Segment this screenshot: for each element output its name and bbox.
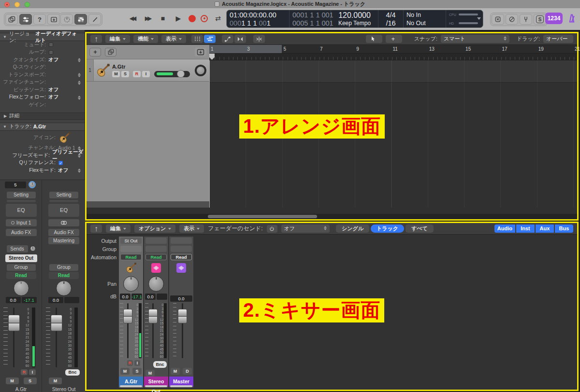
mute-checkbox[interactable] — [49, 42, 53, 47]
region-row-gain[interactable]: ゲイン: — [0, 101, 85, 109]
track-lane[interactable] — [209, 60, 577, 83]
volume-fader[interactable]: 03691215182124303540455060 — [120, 302, 142, 359]
flex-button[interactable] — [234, 35, 246, 43]
stereo-format-button[interactable] — [48, 219, 79, 226]
automation-mode-button[interactable]: Read — [6, 272, 36, 279]
forward-button[interactable]: ▶▶ — [142, 13, 153, 24]
strip-name[interactable]: A.Gtr — [0, 387, 42, 392]
drag-select[interactable]: オーバー — [543, 35, 573, 43]
mute-button[interactable]: M — [120, 368, 130, 375]
volume-db-value[interactable]: 0.0 — [6, 297, 21, 303]
count-in-button[interactable]: 1234 — [545, 13, 563, 24]
filter-tracks-button[interactable]: トラック — [371, 224, 404, 233]
automation-mode-button[interactable]: Read — [49, 272, 79, 279]
track-input-monitor-button[interactable]: I — [142, 71, 150, 77]
mixer-strip-master[interactable]: Read 0.0 M D Master — [169, 237, 193, 388]
play-button[interactable]: ▶ — [173, 13, 184, 24]
tracks-view-button[interactable] — [204, 35, 216, 43]
volume-db-value[interactable]: 0.0 — [145, 294, 156, 300]
sends-label[interactable]: Sends — [7, 245, 28, 252]
volume-fader[interactable]: 03691215182124303540455060 — [46, 307, 82, 368]
rewind-button[interactable]: ◀◀ — [127, 13, 137, 24]
scrollbar-thumb[interactable] — [208, 215, 317, 218]
no-input-monitoring-button[interactable] — [506, 14, 518, 25]
stop-button[interactable]: ■ — [158, 13, 168, 24]
track-pan-knob[interactable] — [195, 65, 206, 76]
capture-record-button[interactable] — [201, 15, 208, 22]
duplicate-track-button[interactable] — [105, 48, 116, 56]
snap-select[interactable]: スマート — [441, 35, 509, 43]
pan-knob[interactable] — [123, 276, 139, 292]
pan-knob[interactable] — [56, 280, 72, 296]
volume-fader[interactable] — [170, 302, 192, 359]
track-row-agtr[interactable]: 1 A.Gtr M S R I — [87, 59, 209, 82]
setting-button[interactable]: Setting — [49, 192, 78, 198]
q-reference-checkbox[interactable]: ✓ — [58, 161, 63, 165]
dim-button[interactable]: D — [183, 368, 192, 375]
region-row-pitchsource[interactable]: ピッチソース:オフ — [0, 86, 85, 94]
automation-mode-button[interactable]: Read — [120, 254, 142, 260]
region-row-flexfollow[interactable]: Flexとフォロー:オフ — [0, 94, 85, 101]
grid-view-button[interactable] — [191, 35, 203, 43]
track-solo-button[interactable]: S — [121, 71, 129, 77]
fader-cap[interactable] — [178, 309, 187, 323]
stepper-icon[interactable] — [78, 80, 81, 85]
mixer-strip-stereo-out[interactable]: Read 0.0 03691215182124303540455060 — [144, 237, 168, 388]
bounce-button[interactable]: Bnc — [153, 361, 167, 368]
solo-lock-button[interactable]: S — [534, 14, 546, 25]
filter-audio-button[interactable]: Audio — [494, 224, 515, 233]
input-slot-button[interactable]: Input 1 — [6, 219, 37, 226]
output-slot[interactable] — [171, 238, 192, 244]
quick-help-button[interactable] — [47, 14, 60, 25]
filter-single-button[interactable]: シングル — [336, 224, 369, 233]
cycle-button[interactable]: ⇄ — [213, 13, 223, 24]
mixer-view-menu[interactable]: 表示 — [179, 224, 204, 233]
region-row-qswing[interactable]: Q-スウィング: — [0, 64, 85, 71]
ruler-ticks[interactable] — [209, 54, 577, 60]
latency-value[interactable]: 5 — [5, 182, 26, 188]
track-row-icon[interactable]: アイコン: — [0, 131, 85, 144]
record-enable-button[interactable]: R — [127, 360, 133, 366]
group-slot[interactable] — [171, 246, 192, 252]
peak-db-value[interactable]: -17.1 — [22, 297, 37, 303]
command-click-tool-select[interactable]: + — [386, 35, 402, 43]
solo-button[interactable]: S — [24, 378, 37, 384]
add-track-button[interactable]: + — [89, 48, 101, 56]
mastering-plugin-slot[interactable]: Mastering — [48, 237, 79, 244]
mixer-strip-agtr[interactable]: St Out Read 0.0 -17.1 036912151821243035… — [119, 237, 143, 388]
group-slot[interactable] — [145, 246, 167, 252]
back-arrow-button[interactable]: ↑ — [90, 35, 102, 43]
stepper-icon[interactable] — [78, 57, 81, 63]
eq-thumbnail-button[interactable]: EQ — [48, 204, 79, 217]
volume-db-value[interactable]: 0.0 — [170, 295, 192, 302]
pointer-tool-select[interactable] — [366, 35, 382, 43]
output-slot-button[interactable]: Stereo Out — [5, 254, 37, 262]
library-button[interactable] — [5, 14, 18, 25]
functions-menu[interactable]: 機能 — [133, 35, 158, 43]
track-row-freeze-mode[interactable]: フリーズモード:プリフェーダー — [0, 152, 85, 159]
region-inspector-header[interactable]: ▼ リージョン:オーディオデフォルト — [0, 33, 85, 41]
group-slot-button[interactable]: Group — [7, 264, 36, 271]
region-row-finetune[interactable]: ファインチューン: — [0, 79, 85, 86]
record-button[interactable] — [188, 15, 196, 22]
input-monitor-button[interactable]: I — [29, 369, 36, 375]
guitar-icon[interactable] — [58, 131, 71, 144]
filter-aux-button[interactable]: Aux — [536, 224, 554, 233]
details-disclosure[interactable]: ▶詳細 — [0, 112, 85, 120]
volume-slider-thumb[interactable] — [177, 70, 185, 78]
volume-db-value[interactable]: 0.0 — [48, 297, 63, 303]
mute-button[interactable]: M — [171, 368, 180, 375]
pan-knob[interactable] — [14, 280, 29, 296]
setting-button[interactable]: Setting — [7, 192, 36, 198]
help-button[interactable]: ? — [33, 14, 46, 25]
track-inspector-header[interactable]: ▼ トラック:A.Gtr — [0, 123, 85, 131]
fader-cap[interactable] — [148, 309, 158, 323]
view-menu[interactable]: 表示 — [161, 35, 186, 43]
eq-thumbnail-button[interactable]: EQ — [6, 204, 37, 217]
pencil-tool-button[interactable] — [88, 14, 101, 25]
fader-cap[interactable] — [8, 315, 20, 331]
bar-ruler[interactable]: 13579111315171921 — [209, 45, 577, 54]
automation-mode-button[interactable]: Read — [145, 254, 167, 260]
mute-button[interactable]: M — [49, 378, 62, 384]
stepper-icon[interactable] — [78, 168, 81, 173]
